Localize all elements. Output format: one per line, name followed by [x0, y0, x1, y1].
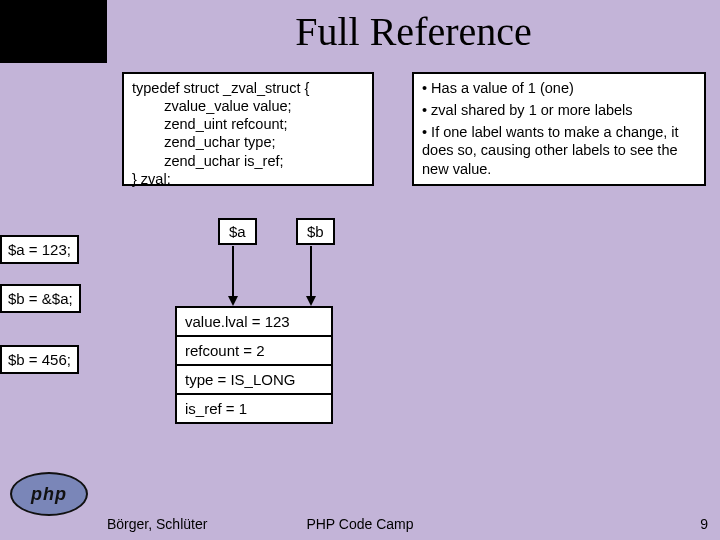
arrow-b-head-icon — [306, 296, 316, 306]
arrow-b-line — [310, 246, 312, 298]
variable-b-label: $b — [296, 218, 335, 245]
arrow-a-head-icon — [228, 296, 238, 306]
assignment-a: $a = 123; — [0, 235, 79, 264]
zval-type-row: type = IS_LONG — [177, 366, 331, 395]
code-line: zend_uchar is_ref; — [132, 152, 364, 170]
code-line: typedef struct _zval_struct { — [132, 79, 364, 97]
bullet-text: • Has a value of 1 (one) — [422, 79, 696, 97]
zval-state-box: value.lval = 123 refcount = 2 type = IS_… — [175, 306, 333, 424]
variable-a-label: $a — [218, 218, 257, 245]
php-logo: php — [10, 472, 88, 516]
assignment-b-ref: $b = &$a; — [0, 284, 81, 313]
code-line: zvalue_value value; — [132, 97, 364, 115]
zval-refcount-row: refcount = 2 — [177, 337, 331, 366]
bullet-text: • zval shared by 1 or more labels — [422, 101, 696, 119]
explanation-box: • Has a value of 1 (one) • zval shared b… — [412, 72, 706, 186]
code-line: } zval; — [132, 170, 364, 188]
zval-isref-row: is_ref = 1 — [177, 395, 331, 422]
bullet-text: • If one label wants to make a change, i… — [422, 123, 696, 177]
php-logo-text: php — [10, 472, 88, 516]
struct-definition-box: typedef struct _zval_struct { zvalue_val… — [122, 72, 374, 186]
footer-page-number: 9 — [700, 516, 708, 532]
code-line: zend_uint refcount; — [132, 115, 364, 133]
footer-title: PHP Code Camp — [0, 516, 720, 532]
dark-sidebar — [0, 0, 107, 63]
assignment-b-val: $b = 456; — [0, 345, 79, 374]
arrow-a-line — [232, 246, 234, 298]
zval-value-row: value.lval = 123 — [177, 308, 331, 337]
code-line: zend_uchar type; — [132, 133, 364, 151]
page-title: Full Reference — [107, 8, 720, 55]
